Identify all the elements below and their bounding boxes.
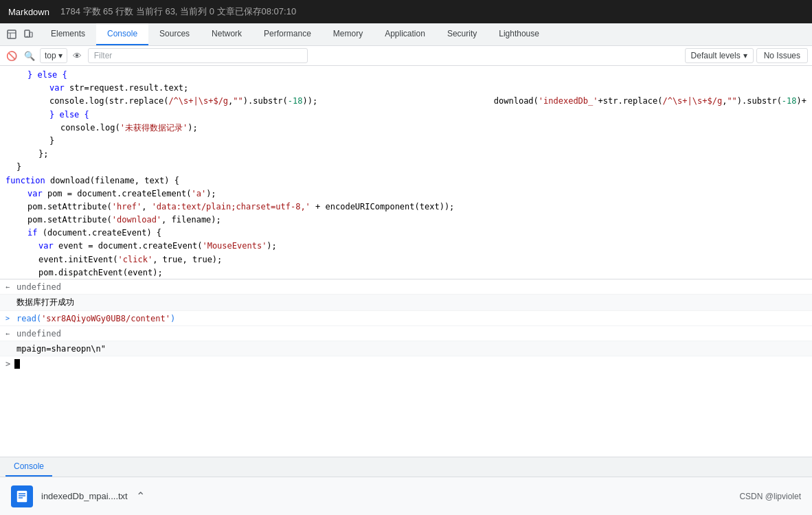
download-chevron-icon[interactable]: ⌃ — [136, 490, 145, 503]
input-right-arrow: > — [5, 314, 12, 322]
code-line: console.log('未获得数据记录'); — [0, 122, 812, 135]
code-viewer: } else { var str=request.result.text; co… — [0, 66, 812, 279]
console-toolbar: 🚫 🔍 top ▾ 👁 Default levels ▾ No Issues — [0, 46, 812, 66]
default-levels-dropdown[interactable]: Default levels ▾ — [685, 48, 754, 63]
tab-icons — [0, 23, 40, 45]
device-icon[interactable] — [22, 28, 34, 41]
svg-rect-0 — [8, 30, 16, 38]
console-output-text: mpaign=shareopn\n" — [16, 344, 106, 354]
console-input-text: read('sxr8AQiyoWGy0UB8/content') — [16, 314, 175, 323]
editor-title: Markdown — [8, 7, 49, 17]
credit-text: CSDN @lipviolet — [739, 492, 801, 501]
editor-info: 1784 字数 65 行数 当前行 63, 当前列 0 文章已保存08:07:1… — [60, 5, 296, 18]
tab-network[interactable]: Network — [201, 23, 253, 45]
console-row-db-open: 数据库打开成功 — [0, 295, 812, 311]
output-left-arrow-2: ← — [5, 330, 12, 337]
code-line: var str=request.result.text; — [0, 82, 812, 95]
tab-memory[interactable]: Memory — [322, 23, 374, 45]
console-output-text: 数据库打开成功 — [16, 297, 74, 308]
chevron-down-icon: ▾ — [58, 51, 63, 60]
console-output-text: undefined — [16, 329, 61, 339]
console-prompt-symbol: > — [5, 359, 10, 369]
tab-lighthouse[interactable]: Lighthouse — [488, 23, 550, 45]
code-line: } else { — [0, 69, 812, 82]
console-output: ← undefined 数据库打开成功 > read('sxr8AQiyoWGy… — [0, 279, 812, 371]
devtools-main: Elements Console Sources Network Perform… — [0, 23, 812, 515]
code-line: }; — [0, 148, 812, 161]
tab-performance[interactable]: Performance — [253, 23, 322, 45]
code-line: console.log(str.replace(/^\s+|\s+$/g,"")… — [0, 95, 812, 108]
download-filename: indexedDb_mpai....txt — [41, 491, 128, 501]
svg-rect-4 — [30, 32, 32, 37]
tab-console[interactable]: Console — [96, 23, 148, 45]
code-line: pom.setAttribute('download', filename); — [0, 214, 812, 227]
console-row-undefined1: ← undefined — [0, 279, 812, 295]
console-row-undefined2: ← undefined — [0, 326, 812, 341]
console-row-read: > read('sxr8AQiyoWGy0UB8/content') — [0, 311, 812, 326]
clear-console-button[interactable]: 🚫 — [4, 48, 19, 63]
no-issues-button[interactable]: No Issues — [756, 48, 808, 63]
code-line: pom.setAttribute('href', 'data:text/plai… — [0, 201, 812, 214]
svg-rect-6 — [16, 490, 27, 503]
download-bar: indexedDb_mpai....txt ⌃ CSDN @lipviolet — [0, 477, 812, 515]
code-line: if (document.createEvent) { — [0, 227, 812, 240]
tab-sources[interactable]: Sources — [148, 23, 201, 45]
bottom-console-tab[interactable]: Console — [5, 457, 52, 477]
tab-elements[interactable]: Elements — [40, 23, 96, 45]
tab-security[interactable]: Security — [436, 23, 488, 45]
code-line: } else { — [0, 108, 812, 122]
console-cursor — [14, 359, 20, 369]
spacer — [0, 371, 812, 457]
code-line: event.initEvent('click', true, true); — [0, 253, 812, 266]
code-line: var pom = document.createElement('a'); — [0, 187, 812, 201]
file-icon — [11, 485, 33, 507]
bottom-bar: Console — [0, 457, 812, 477]
code-line: var event = document.createEvent('MouseE… — [0, 240, 812, 253]
devtools-tab-bar: Elements Console Sources Network Perform… — [0, 23, 812, 46]
top-bar: Markdown 1784 字数 65 行数 当前行 63, 当前列 0 文章已… — [0, 0, 812, 23]
console-input-row[interactable]: > — [0, 356, 812, 371]
output-left-arrow: ← — [5, 283, 12, 290]
svg-point-5 — [27, 36, 28, 37]
console-output-text: undefined — [16, 282, 61, 292]
code-line: pom.dispatchEvent(event); — [0, 266, 812, 279]
eye-icon-button[interactable]: 👁 — [70, 48, 85, 63]
inspect-icon[interactable] — [5, 28, 18, 41]
tab-application[interactable]: Application — [374, 23, 436, 45]
filter-button[interactable]: 🔍 — [22, 48, 37, 63]
context-dropdown[interactable]: top ▾ — [40, 48, 67, 63]
code-line: } — [0, 135, 812, 148]
download-item: indexedDb_mpai....txt ⌃ — [11, 485, 145, 507]
console-row-mpaign: mpaign=shareopn\n" — [0, 341, 812, 356]
filter-input[interactable] — [88, 48, 308, 63]
code-line: function download(filename, text) { — [0, 174, 812, 187]
bottom-tab-label: Console — [14, 461, 44, 471]
chevron-down-icon-levels: ▾ — [743, 51, 747, 60]
code-line: } — [0, 161, 812, 174]
